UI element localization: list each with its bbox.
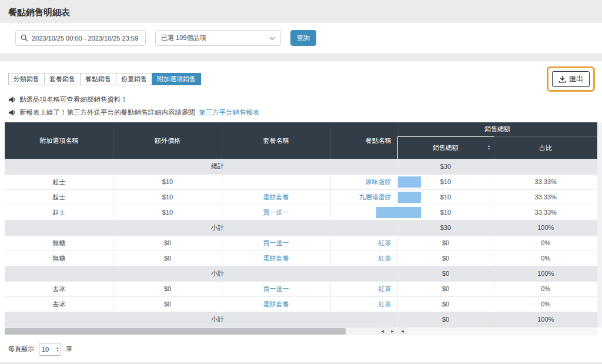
meal-name-link[interactable]: 九層塔蛋餅: [359, 193, 392, 201]
download-icon: [558, 75, 566, 83]
third-party-report-link[interactable]: 第三方平台銷售報表: [199, 108, 260, 117]
chevron-down-icon: [269, 36, 275, 40]
meal-name-link[interactable]: 紅茶: [379, 239, 392, 246]
announcement-icon: [8, 96, 16, 103]
tabs: 分類銷售套餐銷售餐點銷售份量銷售附加選項銷售: [8, 73, 201, 85]
table-row: 無糖 $0 蛋餅套餐 紅茶 $0 0%: [5, 251, 597, 266]
table-row: 無糖 $0 買一送一 紅茶 $0 0%: [5, 235, 597, 251]
export-button[interactable]: 匯出: [552, 71, 590, 87]
tab-4[interactable]: 份量銷售: [116, 73, 152, 85]
per-page-value: 10: [42, 346, 49, 353]
combo-name-link[interactable]: 蛋餅套餐: [263, 193, 289, 201]
search-button[interactable]: 查詢: [290, 30, 316, 46]
meal-name-cell: 紅茶: [330, 251, 397, 266]
notice-line: 新報表上線了！第三方外送平台的餐點銷售詳細內容請參閱第三方平台銷售報表: [8, 106, 594, 119]
combo-name-cell: 買一送一: [222, 205, 330, 220]
summary-row: 小計 $30 100%: [5, 220, 597, 235]
summary-label-cell: 總計: [5, 159, 397, 174]
extra-price-cell: $0: [113, 296, 222, 312]
extra-price-cell: $0: [113, 235, 222, 251]
page-title: 餐點銷售明細表: [0, 0, 602, 23]
summary-label-cell: 小計: [5, 312, 397, 327]
sales-total-cell: $10: [397, 189, 494, 205]
extra-price-cell: $10: [113, 174, 222, 189]
percentage-cell: 0%: [494, 251, 597, 266]
report-panel: 分類銷售套餐銷售餐點銷售份量銷售附加選項銷售 匯出 點選品項名稱可查看細部銷售資…: [0, 61, 602, 362]
tab-2[interactable]: 套餐銷售: [44, 73, 81, 85]
sales-total-cell: $0: [397, 296, 494, 312]
header-sales-total[interactable]: 銷售總額 ▲▼: [397, 136, 494, 159]
scrollbar-right-pane[interactable]: ◂: [397, 328, 597, 335]
combo-name-cell: 蛋餅套餐: [222, 251, 330, 266]
meal-name-cell: [330, 205, 397, 220]
toolbar-row: 分類銷售套餐銷售餐點銷售份量銷售附加選項銷售 匯出: [0, 66, 602, 92]
percentage-cell: 33.33%: [494, 205, 597, 220]
sales-total-cell: $0: [397, 312, 494, 327]
sales-total-cell: $10: [397, 205, 494, 220]
combo-name-link[interactable]: 蛋餅套餐: [263, 255, 289, 262]
header-sales-total-label: 銷售總額: [433, 144, 459, 151]
scrollbar-thumb[interactable]: [5, 328, 346, 335]
combo-name-link[interactable]: 買一送一: [263, 209, 289, 216]
search-icon: [21, 34, 28, 42]
summary-row: 小計 $0 100%: [5, 266, 597, 281]
meal-name-link[interactable]: 紅茶: [379, 285, 392, 292]
notice-line: 點選品項名稱可查看細部銷售資料！: [8, 93, 594, 106]
combo-name-link[interactable]: 蛋餅套餐: [263, 300, 289, 308]
announcement-icon: [8, 109, 16, 116]
items-filter-select[interactable]: 已選 109個品項: [155, 30, 281, 46]
sales-table: 附加選項名稱 額外價格 套餐名稱 餐點名稱 銷售總額 銷售總額 ▲▼ 占比 總計…: [5, 122, 597, 328]
table-area: 附加選項名稱 額外價格 套餐名稱 餐點名稱 銷售總額 銷售總額 ▲▼ 占比 總計…: [5, 122, 602, 335]
scroll-left-button-right-pane[interactable]: ◂: [397, 328, 407, 335]
combo-name-cell: 蛋餅套餐: [222, 296, 330, 312]
export-label: 匯出: [569, 74, 583, 84]
table-row: 去冰 $0 買一送一 紅茶 $0 0%: [5, 281, 597, 296]
meal-name-cell: 紅茶: [330, 281, 397, 296]
combo-name-link[interactable]: 買一送一: [263, 239, 289, 246]
extra-price-cell: $10: [113, 189, 222, 205]
tab-5[interactable]: 附加選項銷售: [152, 73, 201, 85]
scroll-right-button[interactable]: ▸: [387, 328, 397, 335]
meal-name-link[interactable]: 紅茶: [379, 300, 392, 308]
spinner-arrows-icon[interactable]: ▴▾: [56, 346, 58, 352]
filter-bar: 2023/10/25 00:00 - 2023/10/25 23:59 已選 1…: [0, 23, 602, 53]
summary-row: 小計 $0 100%: [5, 312, 597, 327]
header-percentage: 占比: [494, 136, 597, 159]
tab-1[interactable]: 分類銷售: [8, 73, 45, 85]
percentage-cell: 100%: [494, 266, 597, 281]
sales-total-cell: $10: [397, 174, 494, 189]
combo-name-cell: 買一送一: [222, 281, 330, 296]
summary-row: 總計 $30: [5, 159, 597, 174]
addon-name-cell: 去冰: [5, 296, 113, 312]
scrollbar-left-pane[interactable]: ◂ ▸: [5, 328, 397, 335]
percentage-cell: 100%: [494, 312, 597, 327]
header-meal-name: 餐點名稱: [330, 122, 397, 159]
table-row: 起士 $10 買一送一 $10 33.33%: [5, 205, 597, 220]
percentage-cell: [494, 159, 597, 174]
sales-total-cell: $0: [397, 235, 494, 251]
header-extra-price: 額外價格: [113, 122, 222, 159]
scroll-left-button[interactable]: ◂: [377, 328, 387, 335]
addon-name-cell: 無糖: [5, 235, 113, 251]
table-row: 去冰 $0 蛋餅套餐 紅茶 $0 0%: [5, 296, 597, 312]
vertical-scrollbar[interactable]: [597, 122, 602, 328]
sales-total-cell: $30: [397, 220, 494, 235]
date-range-input[interactable]: 2023/10/25 00:00 - 2023/10/25 23:59: [15, 30, 146, 46]
combo-name-cell: 蛋餅套餐: [222, 189, 330, 205]
percentage-cell: 0%: [494, 296, 597, 312]
addon-name-cell: 無糖: [5, 251, 113, 266]
meal-name-link[interactable]: 原味蛋餅: [366, 178, 392, 185]
header-sales-group: 銷售總額: [397, 122, 597, 136]
combo-name-cell: [222, 174, 330, 189]
extra-price-cell: $0: [113, 281, 222, 296]
table-row: 起士 $10 蛋餅套餐 九層塔蛋餅 $10 33.33%: [5, 189, 597, 205]
combo-name-link[interactable]: 買一送一: [263, 285, 289, 292]
addon-name-cell: 起士: [5, 174, 113, 189]
sales-total-cell: $0: [397, 266, 494, 281]
tab-3[interactable]: 餐點銷售: [80, 73, 116, 85]
percentage-cell: 0%: [494, 281, 597, 296]
per-page-input[interactable]: 10 ▴▾: [39, 343, 61, 356]
export-annotation-box: 匯出: [547, 66, 595, 92]
sort-icon[interactable]: ▲▼: [487, 145, 491, 151]
meal-name-link[interactable]: 紅茶: [379, 255, 392, 262]
